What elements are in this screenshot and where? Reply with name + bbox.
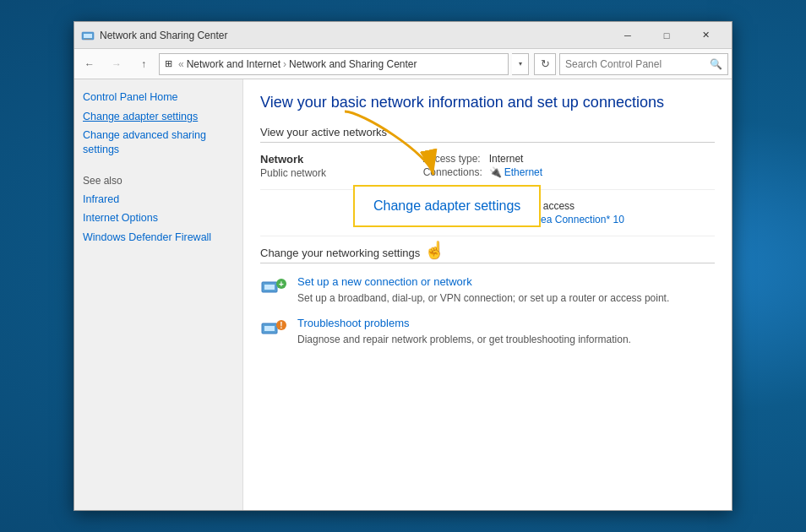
page-title: View your basic network information and … bbox=[260, 93, 715, 112]
search-input[interactable] bbox=[565, 58, 706, 70]
search-icon: 🔍 bbox=[710, 58, 722, 70]
path-dropdown-button[interactable]: ▾ bbox=[512, 53, 529, 75]
svg-rect-2 bbox=[84, 39, 91, 40]
callout-label: Change adapter settings bbox=[373, 198, 520, 213]
network-card-1: Network Public network bbox=[260, 153, 423, 179]
new-connection-desc: Set up a broadband, dial-up, or VPN conn… bbox=[297, 292, 669, 304]
sidebar-item-control-panel-home[interactable]: Control Panel Home bbox=[83, 90, 234, 106]
svg-text:!: ! bbox=[280, 321, 282, 330]
connections-value-1: Ethernet bbox=[504, 166, 542, 178]
new-connection-link[interactable]: Set up a new connection or network bbox=[297, 275, 669, 288]
path-separator-2: › bbox=[283, 58, 286, 70]
see-also-label: See also bbox=[83, 175, 234, 187]
close-button[interactable]: ✕ bbox=[686, 22, 725, 49]
troubleshoot-icon: ! bbox=[260, 317, 287, 344]
access-type-value-1: Internet bbox=[489, 153, 715, 165]
maximize-button[interactable]: □ bbox=[647, 22, 686, 49]
content-area: Control Panel Home Change adapter settin… bbox=[74, 79, 732, 510]
address-bar: ← → ↑ ⊞ « Network and Internet › Network… bbox=[74, 49, 732, 79]
path-icon: ⊞ bbox=[165, 58, 172, 69]
setting-item-new-connection: + Set up a new connection or network Set… bbox=[260, 275, 715, 305]
svg-rect-4 bbox=[264, 285, 275, 290]
connections-link-1[interactable]: 🔌 Ethernet bbox=[489, 166, 715, 178]
path-sharing-center[interactable]: Network and Sharing Center bbox=[289, 58, 417, 70]
new-connection-icon: + bbox=[260, 275, 287, 302]
setting-item-troubleshoot: ! Troubleshoot problems Diagnose and rep… bbox=[260, 317, 715, 346]
active-networks-header: View your active networks bbox=[260, 126, 715, 143]
main-window: Network and Sharing Center ─ □ ✕ ← → ↑ ⊞… bbox=[74, 21, 732, 511]
setting-text-troubleshoot: Troubleshoot problems Diagnose and repai… bbox=[297, 317, 631, 346]
up-button[interactable]: ↑ bbox=[132, 52, 155, 76]
path-separator-1: « bbox=[178, 58, 184, 70]
network-info-1: Access type: Internet Connections: 🔌 Eth… bbox=[423, 153, 715, 179]
sidebar-item-change-adapter[interactable]: Change adapter settings bbox=[83, 109, 234, 125]
title-bar-icon bbox=[81, 29, 95, 42]
title-bar: Network and Sharing Center ─ □ ✕ bbox=[74, 22, 732, 49]
path-network-internet[interactable]: Network and Internet bbox=[187, 58, 280, 70]
access-type-label-1: Access type: bbox=[423, 153, 482, 165]
minimize-button[interactable]: ─ bbox=[608, 22, 647, 49]
address-path: ⊞ « Network and Internet › Network and S… bbox=[159, 53, 509, 75]
network-name-1: Network bbox=[260, 153, 406, 166]
connections-label-1: Connections: bbox=[423, 166, 482, 178]
forward-button[interactable]: → bbox=[105, 52, 128, 76]
sidebar-item-infrared[interactable]: Infrared bbox=[83, 192, 234, 208]
setting-text-new-connection: Set up a new connection or network Set u… bbox=[297, 275, 669, 305]
sidebar-item-internet-options[interactable]: Internet Options bbox=[83, 210, 234, 226]
title-bar-controls: ─ □ ✕ bbox=[608, 22, 725, 49]
svg-rect-1 bbox=[84, 34, 92, 38]
title-bar-text: Network and Sharing Center bbox=[100, 30, 608, 41]
callout-box[interactable]: Change adapter settings bbox=[353, 185, 541, 227]
sidebar-item-firewall[interactable]: Windows Defender Firewall bbox=[83, 230, 234, 246]
ethernet-icon: 🔌 bbox=[489, 166, 502, 178]
network-type-1: Public network bbox=[260, 167, 406, 179]
back-button[interactable]: ← bbox=[78, 52, 101, 76]
sidebar-item-change-advanced[interactable]: Change advanced sharing settings bbox=[83, 128, 234, 158]
troubleshoot-link[interactable]: Troubleshoot problems bbox=[297, 317, 631, 329]
troubleshoot-desc: Diagnose and repair network problems, or… bbox=[297, 334, 631, 345]
refresh-button[interactable]: ↻ bbox=[534, 53, 556, 75]
sidebar: Control Panel Home Change adapter settin… bbox=[74, 79, 243, 510]
svg-rect-8 bbox=[264, 326, 275, 331]
main-panel: View your basic network information and … bbox=[243, 79, 732, 510]
search-box: 🔍 bbox=[559, 53, 728, 75]
svg-text:+: + bbox=[279, 280, 284, 289]
networking-settings-header: Change your networking settings bbox=[260, 247, 715, 263]
